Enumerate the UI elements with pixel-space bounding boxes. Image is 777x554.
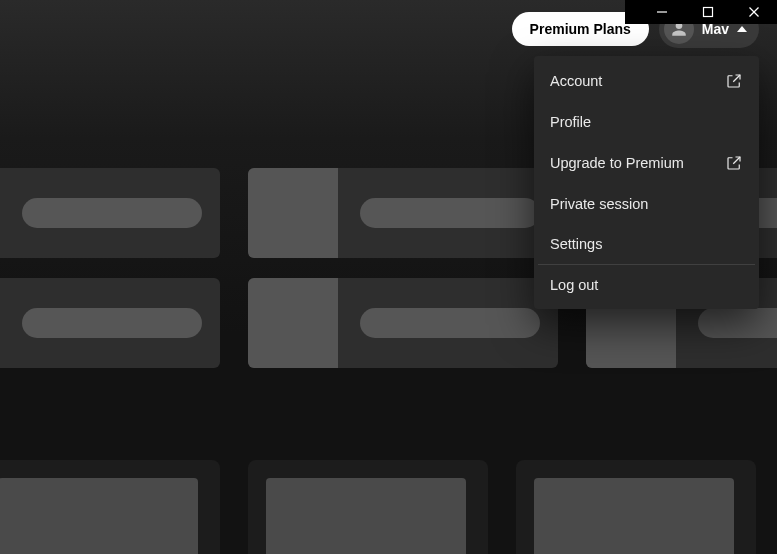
svg-rect-1 (704, 8, 713, 17)
thumbnail-placeholder (248, 168, 338, 258)
menu-item-label: Private session (550, 196, 648, 212)
menu-item-label: Log out (550, 277, 598, 293)
shortcut-card[interactable] (0, 278, 220, 368)
menu-item-settings[interactable]: Settings (538, 224, 755, 264)
menu-item-logout[interactable]: Log out (538, 265, 755, 305)
shortcut-card[interactable] (248, 168, 558, 258)
thumbnail-placeholder (248, 278, 338, 368)
minimize-icon (656, 6, 668, 18)
text-placeholder (698, 308, 777, 338)
menu-item-label: Settings (550, 236, 602, 252)
menu-item-account[interactable]: Account (538, 60, 755, 102)
menu-item-label: Account (550, 73, 602, 89)
window-maximize-button[interactable] (685, 0, 731, 24)
recommendation-tile[interactable] (0, 460, 220, 554)
menu-item-label: Profile (550, 114, 591, 130)
external-link-icon (725, 72, 743, 90)
window-titlebar (625, 0, 777, 24)
text-placeholder (22, 308, 202, 338)
window-close-button[interactable] (731, 0, 777, 24)
user-dropdown: Account Profile Upgrade to Premium Priva… (534, 56, 759, 309)
recommendation-row (0, 460, 756, 554)
menu-item-profile[interactable]: Profile (538, 102, 755, 142)
text-placeholder (360, 308, 540, 338)
close-icon (748, 6, 760, 18)
recommendation-tile[interactable] (248, 460, 488, 554)
menu-item-upgrade[interactable]: Upgrade to Premium (538, 142, 755, 184)
recommendation-tile[interactable] (516, 460, 756, 554)
external-link-icon (725, 154, 743, 172)
maximize-icon (702, 6, 714, 18)
shortcut-card[interactable] (248, 278, 558, 368)
text-placeholder (360, 198, 540, 228)
menu-item-label: Upgrade to Premium (550, 155, 684, 171)
text-placeholder (22, 198, 202, 228)
thumbnail-placeholder (266, 478, 466, 554)
chevron-up-icon (737, 26, 747, 32)
window-minimize-button[interactable] (639, 0, 685, 24)
shortcut-card[interactable] (0, 168, 220, 258)
thumbnail-placeholder (0, 478, 198, 554)
thumbnail-placeholder (534, 478, 734, 554)
menu-item-private-session[interactable]: Private session (538, 184, 755, 224)
